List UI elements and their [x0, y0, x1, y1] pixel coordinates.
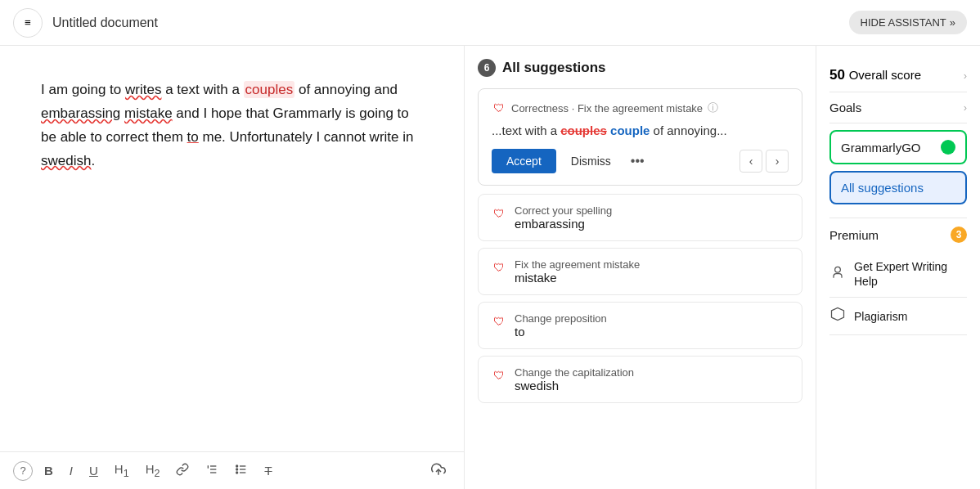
right-panel: 50 Overall score › Goals › GrammarlyGO A…: [816, 46, 980, 489]
menu-button[interactable]: ≡: [13, 8, 43, 38]
suggestions-title: All suggestions: [502, 60, 606, 76]
suggestion-text-capitalization: Change the capitalization swedish: [515, 366, 634, 393]
suggestion-count: 6: [478, 59, 496, 77]
suggestions-pane: 6 All suggestions 🛡 Correctness · Fix th…: [465, 46, 816, 489]
suggestion-label-2: Change preposition: [515, 312, 607, 325]
suggestion-item-capitalization[interactable]: 🛡 Change the capitalization swedish: [478, 356, 802, 403]
document-title: Untitled document: [52, 16, 158, 30]
goals-chevron: ›: [964, 101, 967, 114]
premium-badge: 3: [951, 227, 967, 243]
error-to[interactable]: to: [187, 129, 199, 145]
italic-button[interactable]: I: [65, 460, 78, 481]
editor-pane: I am going to writes a text with a coupl…: [0, 46, 465, 489]
header: ≡ Untitled document HIDE ASSISTANT »: [0, 0, 980, 46]
suggestion-value-1: mistake: [515, 271, 640, 285]
editor-toolbar: ? B I U H1 H2 T: [0, 451, 464, 489]
suggestion-item-agreement[interactable]: 🛡 Fix the agreement mistake mistake: [478, 248, 802, 295]
plagiarism-icon: [829, 306, 846, 326]
score-num: 50: [829, 67, 849, 83]
preview-strike: couples: [560, 123, 607, 137]
card-header: 🛡 Correctness · Fix the agreement mistak…: [492, 101, 789, 115]
plagiarism-label: Plagiarism: [854, 309, 907, 324]
suggestion-label-0: Correct your spelling: [515, 204, 612, 217]
svg-point-10: [835, 267, 841, 272]
suggestion-text-preposition: Change preposition to: [515, 312, 607, 339]
accept-button[interactable]: Accept: [492, 149, 556, 173]
info-icon[interactable]: ⓘ: [708, 101, 718, 115]
all-suggestions-button[interactable]: All suggestions: [829, 171, 967, 204]
upload-button[interactable]: [426, 459, 451, 482]
grammarly-go-icon: [941, 140, 955, 155]
help-button[interactable]: ?: [13, 461, 33, 481]
hide-assistant-label: HIDE ASSISTANT: [861, 16, 946, 29]
editor-content[interactable]: I am going to writes a text with a coupl…: [0, 46, 464, 451]
suggestion-item-preposition[interactable]: 🛡 Change preposition to: [478, 302, 802, 349]
shield-icon-capitalization: 🛡: [492, 368, 506, 383]
premium-section: Premium 3: [829, 218, 967, 251]
shield-icon-agreement: 🛡: [492, 260, 506, 275]
svg-point-7: [236, 469, 238, 470]
goals-row[interactable]: Goals ›: [829, 92, 967, 123]
next-suggestion-button[interactable]: ›: [766, 150, 789, 173]
suggestion-value-0: embarassing: [515, 217, 612, 231]
suggestions-header: 6 All suggestions: [478, 59, 802, 77]
active-suggestion-card: 🛡 Correctness · Fix the agreement mistak…: [478, 88, 802, 186]
card-type: Correctness · Fix the agreement mistake: [511, 102, 703, 114]
suggestion-item-spelling[interactable]: 🛡 Correct your spelling embarassing: [478, 194, 802, 241]
dismiss-button[interactable]: Dismiss: [563, 149, 619, 173]
suggestion-value-2: to: [515, 325, 607, 339]
error-mistake[interactable]: mistake: [124, 105, 173, 121]
score-chevron: ›: [964, 70, 967, 82]
svg-point-8: [236, 472, 238, 473]
h1-button[interactable]: H1: [110, 459, 134, 482]
h2-button[interactable]: H2: [141, 459, 165, 482]
preview-after: of annoying...: [650, 123, 726, 137]
error-embarassing[interactable]: embarassing: [41, 105, 120, 121]
prev-suggestion-button[interactable]: ‹: [739, 150, 762, 173]
grammarly-go-label: GrammarlyGO: [841, 141, 921, 155]
suggestion-label-1: Fix the agreement mistake: [515, 258, 640, 271]
error-writes[interactable]: writes: [125, 82, 161, 97]
card-preview: ...text with a couples couple of annoyin…: [492, 123, 789, 137]
overall-score-row[interactable]: 50 Overall score ›: [829, 59, 967, 92]
menu-icon: ≡: [25, 16, 31, 29]
grammarly-go-button[interactable]: GrammarlyGO: [829, 130, 967, 164]
hide-assistant-button[interactable]: HIDE ASSISTANT »: [849, 11, 967, 34]
unordered-list-button[interactable]: [230, 460, 253, 482]
expert-writing-action[interactable]: Get Expert Writing Help: [829, 251, 967, 298]
more-options-button[interactable]: •••: [626, 150, 650, 172]
link-button[interactable]: [171, 460, 194, 482]
preview-before: ...text with a: [492, 123, 560, 137]
score-label: Overall score: [849, 68, 921, 82]
plagiarism-action[interactable]: Plagiarism: [829, 298, 967, 335]
shield-icon: 🛡: [492, 101, 506, 115]
nav-arrows: ‹ ›: [739, 150, 789, 173]
bold-button[interactable]: B: [39, 460, 58, 481]
expert-icon: [829, 264, 846, 285]
underline-button[interactable]: U: [84, 460, 103, 481]
score-number: 50 Overall score: [829, 67, 921, 83]
ordered-list-button[interactable]: [200, 460, 223, 482]
clear-format-button[interactable]: T: [259, 460, 276, 481]
suggestion-label-3: Change the capitalization: [515, 366, 634, 379]
error-couples[interactable]: couples: [244, 81, 295, 98]
error-swedish[interactable]: swedish: [41, 153, 91, 168]
shield-icon-spelling: 🛡: [492, 206, 506, 221]
premium-label: Premium: [829, 228, 879, 242]
suggestion-value-3: swedish: [515, 379, 634, 393]
suggestion-text-agreement: Fix the agreement mistake mistake: [515, 258, 640, 285]
card-actions: Accept Dismiss ••• ‹ ›: [492, 149, 789, 173]
goals-label: Goals: [829, 101, 861, 114]
preview-correct: couple: [610, 123, 650, 137]
expert-writing-label: Get Expert Writing Help: [854, 259, 967, 289]
svg-point-6: [236, 465, 238, 467]
main-content: I am going to writes a text with a coupl…: [0, 46, 980, 489]
shield-icon-preposition: 🛡: [492, 314, 506, 329]
hide-icon: »: [950, 16, 955, 29]
suggestion-text-spelling: Correct your spelling embarassing: [515, 204, 612, 231]
